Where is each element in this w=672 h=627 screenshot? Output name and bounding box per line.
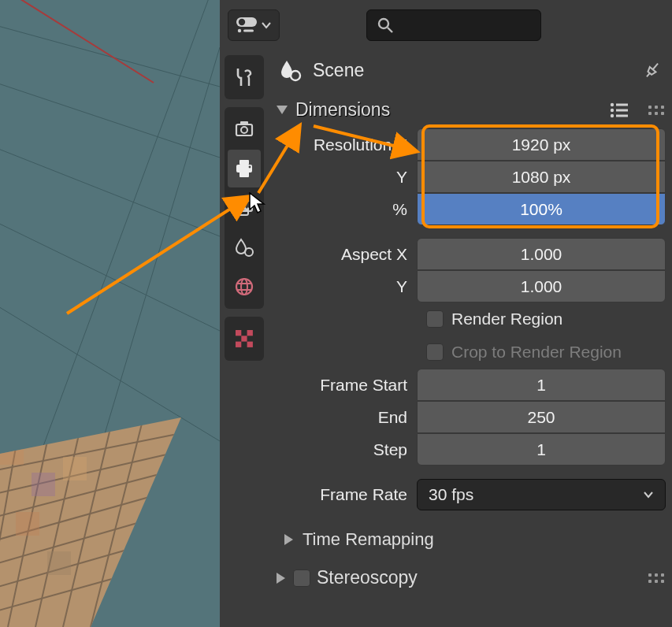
drag-handle-icon[interactable]	[648, 106, 664, 115]
resolution-percent-field[interactable]: 100%	[417, 193, 666, 225]
svg-point-36	[241, 127, 247, 133]
svg-point-52	[291, 71, 300, 80]
svg-rect-31	[243, 30, 254, 32]
tab-render[interactable]	[228, 110, 261, 148]
svg-rect-38	[239, 160, 249, 165]
dimensions-section-header[interactable]: Dimensions	[275, 96, 666, 128]
stereoscopy-label: Stereoscopy	[317, 567, 418, 588]
frame-step-label: Step	[275, 440, 417, 459]
aspect-y-label: Y	[275, 277, 417, 296]
nav-group-1	[225, 55, 264, 99]
svg-rect-49	[241, 336, 247, 341]
printer-output-icon	[233, 158, 255, 180]
tab-world[interactable]	[228, 268, 261, 306]
resolution-x-label: Resolution X	[275, 135, 417, 154]
aspect-y-field[interactable]: 1.000	[417, 270, 666, 302]
svg-rect-25	[63, 457, 87, 480]
panel-header	[220, 0, 672, 50]
resolution-x-field[interactable]: 1920 px	[417, 128, 666, 161]
aspect-x-label: Aspect X	[275, 245, 417, 264]
svg-rect-27	[47, 551, 71, 575]
properties-content: Scene Dimensions Resolution X 1920 px	[269, 50, 672, 627]
frame-start-row: Frame Start 1	[275, 369, 666, 401]
frame-end-field[interactable]: 250	[417, 401, 666, 433]
svg-point-45	[241, 279, 247, 295]
resolution-percent-label: %	[275, 200, 417, 219]
scene-droplet-icon	[278, 58, 302, 82]
frame-rate-value: 30 fps	[429, 485, 473, 504]
render-region-label: Render Region	[451, 310, 562, 328]
resolution-y-label: Y	[275, 168, 417, 187]
resolution-x-row: Resolution X 1920 px	[275, 128, 666, 161]
nav-group-3	[225, 317, 264, 361]
frame-end-row: End 250	[275, 401, 666, 433]
svg-point-53	[611, 102, 614, 106]
time-remapping-header[interactable]: Time Remapping	[275, 523, 666, 550]
stereoscopy-checkbox[interactable]	[293, 569, 310, 587]
svg-point-32	[379, 19, 388, 28]
camera-back-icon	[233, 118, 255, 140]
resolution-y-field[interactable]: 1080 px	[417, 161, 666, 193]
frame-rate-select[interactable]: 30 fps	[417, 479, 666, 510]
dimensions-label: Dimensions	[295, 99, 390, 121]
chevron-down-icon	[262, 20, 271, 30]
pin-icon[interactable]	[638, 56, 667, 85]
chevron-down-icon	[643, 489, 654, 500]
tab-scene[interactable]	[228, 228, 261, 266]
disclosure-triangle-right-icon	[284, 534, 293, 545]
svg-rect-51	[247, 342, 253, 347]
drag-handle-icon[interactable]	[648, 573, 664, 583]
nav-group-2	[225, 107, 264, 309]
properties-panel: Scene Dimensions Resolution X 1920 px	[220, 0, 672, 627]
resolution-y-row: Y 1080 px	[275, 161, 666, 193]
context-selector[interactable]	[228, 9, 280, 41]
resolution-percent-row: % 100%	[275, 193, 666, 225]
frame-step-row: Step 1	[275, 433, 666, 466]
tab-viewlayer[interactable]	[228, 189, 261, 227]
svg-rect-26	[16, 512, 39, 536]
crop-region-label: Crop to Render Region	[451, 343, 622, 362]
crop-region-checkbox[interactable]	[426, 343, 444, 361]
list-preset-icon[interactable]	[609, 102, 629, 119]
crop-region-row: Crop to Render Region	[275, 336, 666, 369]
svg-point-29	[239, 19, 245, 25]
svg-rect-56	[616, 109, 628, 111]
aspect-x-row: Aspect X 1.000	[275, 238, 666, 270]
svg-rect-54	[616, 103, 628, 106]
render-region-checkbox[interactable]	[426, 310, 444, 328]
svg-point-55	[611, 108, 614, 111]
svg-point-40	[249, 166, 251, 169]
scene-title: Scene	[313, 60, 631, 81]
checker-icon	[234, 328, 254, 349]
frame-end-label: End	[275, 408, 417, 427]
svg-rect-58	[616, 114, 628, 117]
svg-rect-39	[239, 171, 249, 177]
droplet-cone-icon	[233, 236, 255, 258]
frame-start-field[interactable]: 1	[417, 369, 666, 401]
disclosure-triangle-right-icon	[277, 573, 285, 584]
svg-rect-47	[236, 330, 241, 336]
svg-line-33	[388, 28, 392, 32]
tab-output[interactable]	[228, 150, 261, 187]
tab-tool[interactable]	[228, 58, 261, 96]
world-icon	[233, 276, 255, 298]
toggle-icon	[236, 17, 257, 33]
properties-nav	[220, 50, 269, 365]
svg-point-43	[245, 248, 253, 256]
aspect-x-field[interactable]: 1.000	[417, 238, 666, 270]
svg-point-30	[238, 29, 241, 32]
disclosure-triangle-down-icon	[277, 106, 288, 114]
viewport-3d[interactable]	[0, 0, 220, 627]
stereoscopy-header[interactable]: Stereoscopy	[275, 564, 666, 592]
wrench-screwdriver-icon	[233, 66, 255, 88]
search-input[interactable]	[366, 9, 541, 41]
svg-point-57	[611, 113, 614, 117]
frame-step-field[interactable]: 1	[417, 433, 666, 466]
frame-rate-row: Frame Rate 30 fps	[275, 478, 666, 510]
frame-start-label: Frame Start	[275, 376, 417, 395]
render-region-row: Render Region	[275, 302, 666, 336]
frame-rate-label: Frame Rate	[275, 485, 417, 504]
layers-image-icon	[233, 197, 255, 219]
scene-header: Scene	[275, 54, 666, 96]
tab-texture[interactable]	[228, 320, 261, 358]
